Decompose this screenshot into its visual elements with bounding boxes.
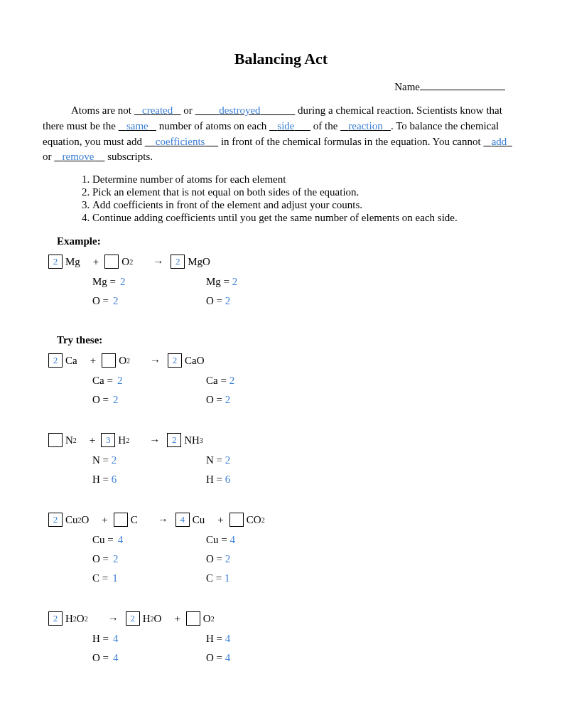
species: N xyxy=(65,434,73,446)
text: Atoms are not xyxy=(71,105,134,116)
species: H xyxy=(65,613,73,625)
plus-sign: + xyxy=(90,355,96,367)
subscript: 2 xyxy=(126,437,129,444)
blank-reaction: reaction xyxy=(348,120,382,132)
count: O =2 xyxy=(92,553,206,565)
species: CaO xyxy=(185,355,205,367)
coef-box[interactable]: 2 xyxy=(168,353,182,368)
coef-box[interactable]: 2 xyxy=(48,611,63,626)
subscript: 2 xyxy=(211,615,215,623)
coef-box[interactable]: 2 xyxy=(167,433,181,447)
intro-paragraph: Atoms are not created or destroyed durin… xyxy=(43,103,519,165)
count: N = 2 xyxy=(206,454,320,466)
blank-remove: remove xyxy=(63,151,94,162)
blank-add: add xyxy=(492,136,507,147)
coef-box[interactable]: 2 xyxy=(48,353,63,368)
blank-destroyed: destroyed xyxy=(219,105,260,116)
step-item: Determine number of atoms for each eleme… xyxy=(92,173,519,186)
species: Cu xyxy=(65,514,78,526)
text: or xyxy=(43,151,54,162)
count: O = 2 xyxy=(206,553,320,565)
example-label: Example: xyxy=(57,235,519,247)
species: NH xyxy=(184,434,200,446)
count: N = 2 xyxy=(92,454,206,466)
blank-coefficients: coefficients xyxy=(156,136,205,147)
coef-box[interactable] xyxy=(229,513,244,527)
count: Ca =2 xyxy=(92,375,206,387)
coef-box[interactable]: 3 xyxy=(101,433,115,447)
species: H xyxy=(118,434,126,446)
plus-sign: + xyxy=(217,514,223,526)
species: C xyxy=(131,514,138,526)
species: H xyxy=(143,613,151,625)
coef-box[interactable] xyxy=(104,255,119,269)
steps-list: Determine number of atoms for each eleme… xyxy=(92,173,519,224)
equation-5: 2H2O2 → 2H2O + O2 H =4 O =4 H = 4 O = 4 xyxy=(43,611,519,671)
count: O =4 xyxy=(92,652,206,664)
blank-same: same xyxy=(126,120,148,132)
arrow-icon: → xyxy=(158,514,168,526)
text: or xyxy=(181,105,195,116)
coef-box[interactable]: 2 xyxy=(171,255,185,269)
species: O xyxy=(121,256,129,268)
subscript: 2 xyxy=(73,437,77,444)
count: H =4 xyxy=(92,633,206,645)
count: Ca = 2 xyxy=(206,375,320,387)
coef-box[interactable]: 2 xyxy=(126,611,140,626)
coef-box[interactable]: 4 xyxy=(175,513,190,527)
coef-box[interactable] xyxy=(186,611,200,626)
plus-sign: + xyxy=(90,434,95,446)
arrow-icon: → xyxy=(150,355,161,367)
count: O =2 xyxy=(92,394,206,406)
plus-sign: + xyxy=(174,613,180,625)
coef-box[interactable]: 2 xyxy=(48,513,63,527)
blank-side: side xyxy=(277,120,294,132)
step-item: Pick an element that is not equal on bot… xyxy=(92,186,519,198)
count: O = 2 xyxy=(206,295,320,307)
species: Cu xyxy=(193,514,205,526)
page-title: Balancing Act xyxy=(43,50,519,68)
count: H = 6 xyxy=(206,473,320,486)
species: O xyxy=(119,355,126,367)
species: O xyxy=(82,514,90,526)
count: O =2 xyxy=(92,295,206,307)
step-item: Continue adding coefficients until you g… xyxy=(92,212,519,224)
equation-1: 2Mg + O2 → 2MgO Mg =2 O =2 Mg = 2 O = 2 xyxy=(43,255,519,314)
arrow-icon: → xyxy=(153,256,163,268)
species: O xyxy=(77,613,85,625)
arrow-icon: → xyxy=(149,434,160,446)
arrow-icon: → xyxy=(108,613,119,625)
coef-box[interactable] xyxy=(102,353,116,368)
name-blank[interactable] xyxy=(420,90,505,90)
subscript: 3 xyxy=(200,437,203,444)
name-field: Name xyxy=(43,81,519,93)
count: Cu =4 xyxy=(92,534,206,546)
count: O = 4 xyxy=(206,652,320,664)
text: number of atoms on each xyxy=(156,120,269,132)
text: of the xyxy=(310,120,340,132)
count: Cu = 4 xyxy=(206,534,320,546)
coef-box[interactable] xyxy=(48,433,63,447)
equation-3: N2 + 3H2 → 2NH3 N = 2 H = 6 N = 2 H = 6 xyxy=(43,433,519,493)
equation-2: 2Ca + O2 → 2CaO Ca =2 O =2 Ca = 2 O = 2 xyxy=(43,353,519,413)
species: O xyxy=(203,613,211,625)
step-item: Add coefficients in front of the element… xyxy=(92,199,519,211)
blank-created: created xyxy=(142,105,173,116)
equation-4: 2Cu2O + C → 4Cu + CO2 Cu =4 O =2 C =1 Cu… xyxy=(43,513,519,592)
subscript: 2 xyxy=(85,615,88,623)
coef-box[interactable]: 2 xyxy=(48,255,63,269)
subscript: 2 xyxy=(126,357,130,365)
text: subscripts. xyxy=(104,151,153,162)
species: Ca xyxy=(65,355,77,367)
species: Mg xyxy=(65,256,80,268)
species: MgO xyxy=(188,256,210,268)
subscript: 2 xyxy=(129,258,133,266)
count: C =1 xyxy=(92,572,206,584)
count: Mg = 2 xyxy=(206,276,320,288)
count: C = 1 xyxy=(206,572,320,584)
text: in front of the chemical formulas in the… xyxy=(218,136,483,147)
count: O = 2 xyxy=(206,394,320,406)
coef-box[interactable] xyxy=(114,513,128,527)
name-label: Name xyxy=(394,81,420,92)
plus-sign: + xyxy=(102,514,107,526)
